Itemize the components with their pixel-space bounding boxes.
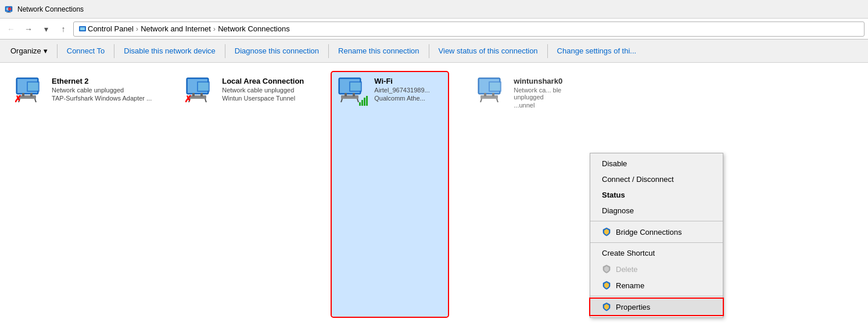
ethernet2-detail1: Network cable unplugged: [52, 87, 152, 94]
rename-label: Rename: [616, 281, 644, 290]
svg-line-45: [480, 99, 482, 102]
context-menu-delete[interactable]: Delete: [590, 261, 723, 277]
context-menu-create-shortcut[interactable]: Create Shortcut: [590, 245, 723, 261]
svg-rect-28: [345, 93, 347, 96]
rename-connection-button[interactable]: Rename this connection: [332, 44, 425, 58]
address-bar: ← → ▾ ↑ Control Panel › Network and Inte…: [0, 19, 868, 40]
context-menu-connect-disconnect[interactable]: Connect / Disconnect: [590, 171, 723, 187]
ethernet2-info: Ethernet 2 Network cable unplugged TAP-S…: [52, 77, 152, 102]
status-label: Status: [602, 191, 625, 199]
context-menu-diagnose[interactable]: Diagnose: [590, 203, 723, 218]
svg-rect-10: [22, 93, 24, 96]
connect-disconnect-label: Connect / Disconnect: [602, 175, 674, 184]
ethernet2-icon: ✗: [14, 77, 46, 106]
toolbar-divider-2: [114, 44, 114, 58]
disable-label: Disable: [602, 159, 627, 168]
wifi-detail1: Airtel_967431989...: [374, 87, 429, 94]
menu-separator-1: [590, 221, 723, 221]
svg-text:⊕: ⊕: [8, 6, 12, 12]
svg-rect-29: [353, 93, 355, 96]
svg-line-24: [205, 99, 206, 102]
error-icon-ethernet2: ✗: [14, 94, 21, 105]
delete-label: Delete: [616, 265, 638, 274]
organize-button[interactable]: Organize ▾: [5, 44, 53, 58]
svg-line-46: [497, 99, 498, 102]
toolbar-divider-3: [225, 44, 225, 58]
content-area: ✗ Ethernet 2 Network cable unplugged TAP…: [0, 63, 868, 326]
network-item-local-area[interactable]: ✗ Local Area Connection Network cable un…: [180, 72, 309, 317]
context-menu-rename[interactable]: Rename: [590, 277, 723, 293]
change-settings-button[interactable]: Change settings of thi...: [551, 44, 643, 58]
connect-to-button[interactable]: Connect To: [61, 44, 111, 58]
network-item-wifi[interactable]: Wi-Fi Airtel_967431989... Qualcomm Athe.…: [332, 72, 448, 317]
svg-rect-27: [341, 95, 358, 99]
svg-rect-13: [28, 83, 38, 91]
wifi-info: Wi-Fi Airtel_967431989... Qualcomm Athe.…: [374, 77, 429, 102]
context-menu-disable[interactable]: Disable: [590, 156, 723, 171]
wintunshark0-name: wintunshark0: [514, 77, 583, 85]
wifi-name: Wi-Fi: [374, 77, 429, 85]
network-item-ethernet2[interactable]: ✗ Ethernet 2 Network cable unplugged TAP…: [9, 72, 156, 317]
local-area-name: Local Area Connection: [222, 77, 304, 85]
wintunshark0-detail1: Network ca... ble unplugged: [514, 87, 583, 101]
create-shortcut-label: Create Shortcut: [602, 249, 655, 257]
view-status-button[interactable]: View status of this connection: [433, 44, 544, 58]
window-title: Network Connections: [17, 5, 84, 13]
context-menu-status[interactable]: Status: [590, 187, 723, 203]
up-button[interactable]: ↑: [56, 22, 71, 37]
bridge-shield-icon: [602, 227, 611, 237]
context-menu-properties[interactable]: Properties: [590, 299, 723, 315]
local-area-info: Local Area Connection Network cable unpl…: [222, 77, 304, 102]
network-item-wintunshark0[interactable]: wintunshark0 Network ca... ble unplugged…: [471, 72, 587, 317]
menu-separator-3: [590, 296, 723, 296]
wintunshark0-icon: [476, 77, 508, 106]
svg-rect-19: [192, 93, 195, 96]
forward-button[interactable]: →: [21, 22, 36, 37]
address-path[interactable]: Control Panel › Network and Internet › N…: [73, 22, 865, 37]
diagnose-label: Diagnose: [602, 206, 634, 215]
menu-separator-2: [590, 242, 723, 243]
toolbar-divider-4: [328, 44, 329, 58]
diagnose-button[interactable]: Diagnose this connection: [229, 44, 325, 58]
wintunshark0-detail2: ...unnel: [514, 102, 583, 109]
svg-rect-37: [366, 96, 368, 106]
svg-rect-40: [480, 95, 498, 99]
toolbar-divider-1: [57, 44, 58, 58]
svg-rect-6: [80, 27, 85, 30]
context-menu: Disable Connect / Disconnect Status Diag…: [590, 153, 723, 318]
monitor-svg-3: [476, 77, 505, 102]
back-button[interactable]: ←: [3, 22, 19, 37]
svg-rect-20: [200, 93, 203, 96]
wifi-detail2: Qualcomm Athe...: [374, 95, 429, 102]
local-area-icon: ✗: [184, 77, 216, 106]
app-icon: ⊕: [5, 5, 14, 14]
svg-line-33: [357, 99, 358, 102]
local-area-detail1: Network cable unplugged: [222, 87, 304, 94]
svg-rect-22: [198, 83, 209, 91]
properties-shield-icon: [602, 302, 611, 311]
title-bar: ⊕ Network Connections: [0, 0, 868, 19]
svg-rect-3: [6, 12, 11, 13]
svg-rect-35: [361, 100, 363, 106]
svg-rect-44: [490, 83, 500, 91]
toolbar-divider-6: [547, 44, 548, 58]
context-menu-bridge[interactable]: Bridge Connections: [590, 224, 723, 240]
svg-line-15: [35, 99, 36, 102]
bridge-label: Bridge Connections: [616, 228, 682, 237]
toolbar-divider-5: [429, 44, 429, 58]
svg-rect-31: [350, 83, 361, 91]
svg-rect-11: [30, 93, 33, 96]
rename-shield-icon: [602, 281, 611, 290]
disable-network-button[interactable]: Disable this network device: [118, 44, 221, 58]
local-area-detail2: Wintun Userspace Tunnel: [222, 95, 304, 102]
path-root: Control Panel: [88, 24, 134, 33]
wifi-bars-icon: [359, 95, 371, 106]
svg-rect-34: [359, 102, 361, 106]
svg-rect-36: [364, 98, 365, 106]
ethernet2-name: Ethernet 2: [52, 77, 152, 85]
properties-label: Properties: [616, 303, 650, 311]
recent-locations-button[interactable]: ▾: [38, 22, 53, 37]
svg-line-32: [341, 99, 342, 102]
wifi-icon-container: [336, 77, 368, 106]
path-level2: Network and Internet: [141, 24, 211, 33]
